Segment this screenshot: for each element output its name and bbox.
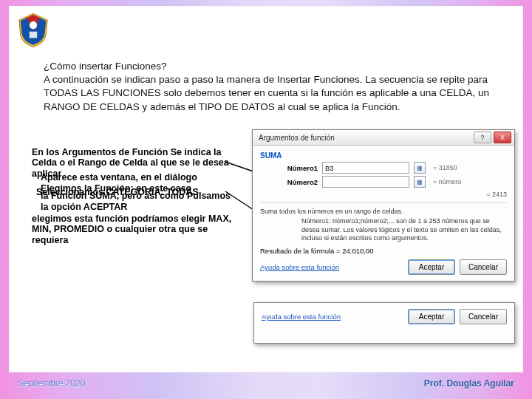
accept-button[interactable]: Aceptar — [408, 259, 455, 275]
accept-button[interactable]: Aceptar — [408, 309, 455, 324]
heading-body: A continuación se indican paso a paso la… — [44, 73, 500, 114]
arg2-hint: = número — [433, 178, 461, 185]
heading-question: ¿Cómo insertar Funciones? — [44, 60, 500, 73]
preview-result: = 2413 — [260, 191, 507, 198]
arg1-hint: = 31850 — [433, 164, 457, 171]
function-arguments-dialog: Argumentos de función ? X SUMA Número1 ▦… — [252, 129, 515, 282]
school-crest-logo — [13, 10, 54, 51]
help-button[interactable]: ? — [474, 132, 491, 143]
result-label: Resultado de la fórmula = — [260, 247, 341, 255]
cancel-button[interactable]: Cancelar — [460, 259, 507, 275]
heading-block: ¿Cómo insertar Funciones? A continuación… — [44, 60, 500, 114]
result-value: 24.010,00 — [342, 247, 373, 255]
close-button[interactable]: X — [494, 132, 511, 143]
dialog-title: Argumentos de función — [259, 134, 335, 142]
dialog-titlebar[interactable]: Argumentos de función ? X — [253, 130, 514, 146]
function-description: Suma todos los números en un rango de ce… — [260, 208, 507, 242]
argument-row-1: Número1 ▦ = 31850 — [275, 162, 507, 174]
secondary-dialog-fragment: Ayuda sobre esta función Aceptar Cancela… — [253, 302, 515, 344]
overlay-line-4: la Función SUMA, pero así como Pulsamos … — [32, 191, 239, 212]
footer-author: Prof. Douglas Aguilar — [424, 378, 514, 389]
desc-line-1: Suma todos los números en un rango de ce… — [260, 208, 403, 215]
help-link[interactable]: Ayuda sobre esta función — [260, 263, 339, 271]
instruction-overlay: En los Argumentos de Función Se indica l… — [32, 147, 239, 245]
function-name: SUMA — [260, 151, 507, 160]
cancel-button[interactable]: Cancelar — [460, 309, 507, 324]
footer-date: Septiembre 2020 — [18, 378, 85, 389]
argument-row-2: Número2 ▦ = número — [275, 176, 507, 188]
arg1-input[interactable] — [322, 162, 409, 174]
svg-rect-1 — [30, 32, 37, 38]
svg-point-0 — [30, 21, 37, 29]
help-link[interactable]: Ayuda sobre esta función — [262, 313, 341, 321]
result-row: Resultado de la fórmula = 24.010,00 — [260, 247, 507, 255]
range-select-icon[interactable]: ▦ — [414, 162, 426, 174]
arg1-label: Número1 — [275, 164, 318, 172]
slide-body: ¿Cómo insertar Funciones? A continuación… — [9, 6, 523, 372]
arg2-label: Número2 — [275, 178, 318, 186]
arg2-input[interactable] — [322, 176, 409, 188]
overlay-line-5: elegimos esta función podríamos elegir M… — [32, 214, 239, 245]
divider — [260, 202, 507, 203]
desc-line-2: Número1: número1;número2;... son de 1 a … — [301, 217, 507, 242]
range-select-icon[interactable]: ▦ — [414, 176, 426, 188]
